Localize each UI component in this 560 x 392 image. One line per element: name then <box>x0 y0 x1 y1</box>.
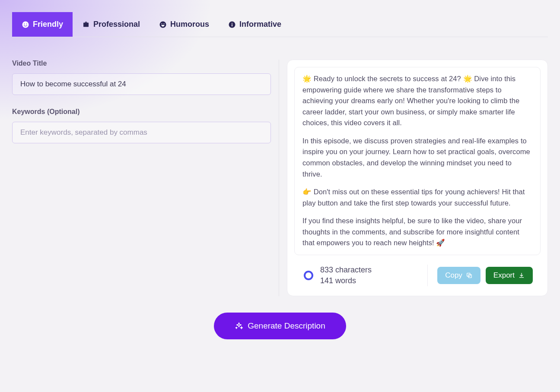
sparkle-icon <box>235 322 243 330</box>
export-label: Export <box>493 271 515 280</box>
output-paragraph: If you find these insights helpful, be s… <box>302 215 532 249</box>
generate-label: Generate Description <box>248 321 325 331</box>
tab-friendly[interactable]: Friendly <box>12 12 73 37</box>
tab-humorous[interactable]: Humorous <box>150 12 219 37</box>
tab-label: Humorous <box>170 20 209 29</box>
download-icon <box>518 272 525 279</box>
generate-button[interactable]: Generate Description <box>214 313 346 339</box>
copy-label: Copy <box>445 271 462 280</box>
tab-professional[interactable]: Professional <box>73 12 150 37</box>
briefcase-icon <box>82 21 90 28</box>
svg-point-0 <box>22 21 29 28</box>
word-count: 141 words <box>320 275 372 286</box>
tab-label: Professional <box>93 20 140 29</box>
tab-label: Informative <box>239 20 281 29</box>
keywords-input[interactable] <box>12 122 271 143</box>
video-title-input[interactable] <box>12 73 271 95</box>
tone-tabs: Friendly Professional Humorous Informati… <box>12 12 548 37</box>
output-text: 🌟 Ready to unlock the secrets to success… <box>294 67 541 255</box>
tab-label: Friendly <box>33 20 63 29</box>
svg-rect-5 <box>163 23 164 24</box>
svg-point-3 <box>160 21 166 28</box>
copy-button[interactable]: Copy <box>437 267 480 284</box>
copy-icon <box>466 272 473 279</box>
keywords-label: Keywords (Optional) <box>12 108 271 116</box>
divider <box>427 265 428 286</box>
smile-icon <box>22 21 29 28</box>
laugh-icon <box>159 21 167 28</box>
info-icon <box>228 21 236 28</box>
svg-point-2 <box>26 23 27 24</box>
svg-point-7 <box>232 22 232 23</box>
output-stats: 833 characters 141 words <box>320 265 372 286</box>
svg-rect-4 <box>161 23 162 24</box>
tab-informative[interactable]: Informative <box>219 12 291 37</box>
video-title-label: Video Title <box>12 60 271 67</box>
output-paragraph: 👉 Don't miss out on these essential tips… <box>302 187 532 209</box>
svg-point-1 <box>24 23 25 24</box>
svg-rect-8 <box>232 24 232 26</box>
progress-ring-icon <box>304 271 313 280</box>
output-paragraph: 🌟 Ready to unlock the secrets to success… <box>302 73 532 129</box>
output-paragraph: In this episode, we discuss proven strat… <box>302 136 532 180</box>
char-count: 833 characters <box>320 265 372 275</box>
output-card: 🌟 Ready to unlock the secrets to success… <box>287 60 548 296</box>
export-button[interactable]: Export <box>486 267 533 284</box>
